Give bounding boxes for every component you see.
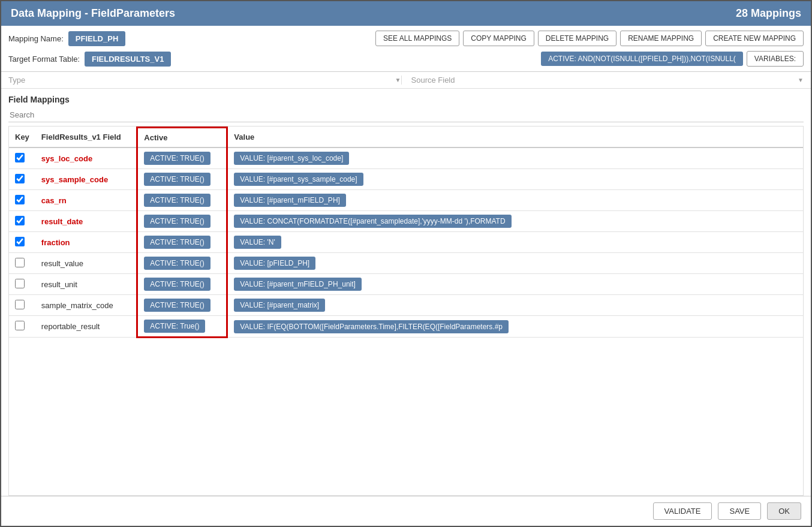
row-active-cell: ACTIVE: TRUE()	[137, 232, 227, 253]
source-dropdown-arrow[interactable]: ▼	[798, 77, 804, 83]
row-field-cell: result_date	[35, 211, 137, 232]
target-format-button[interactable]: FIELDRESULTS_V1	[85, 52, 171, 67]
value-badge-button[interactable]: VALUE: IF(EQ(BOTTOM([FieldParameters.Tim…	[234, 320, 509, 333]
row-field-name[interactable]: sys_sample_code	[41, 175, 108, 184]
row-field-cell: result_unit	[35, 274, 137, 295]
field-mappings-section: Field Mappings Key FieldResults_v1 Field…	[1, 89, 811, 496]
value-badge-button[interactable]: VALUE: [#parent_mFIELD_PH]	[234, 194, 346, 207]
active-badge-button[interactable]: ACTIVE: TRUE()	[144, 278, 210, 291]
row-field-name: result_value	[41, 259, 83, 268]
app-container: Data Mapping - FieldParameters 28 Mappin…	[0, 0, 812, 527]
active-filter-button[interactable]: ACTIVE: AND(NOT(ISNULL([PFIELD_PH])),NOT…	[541, 52, 743, 66]
validate-button[interactable]: VALIDATE	[653, 502, 712, 520]
row-checkbox[interactable]	[15, 258, 25, 267]
row-checkbox[interactable]	[15, 216, 25, 225]
col-header-field: FieldResults_v1 Field	[35, 128, 137, 148]
row-field-name[interactable]: result_date	[41, 217, 83, 226]
value-badge-button[interactable]: VALUE: 'N'	[234, 236, 281, 249]
row-value-cell: VALUE: [pFIELD_PH]	[227, 253, 803, 274]
source-placeholder: Source Field	[411, 76, 455, 85]
row-checkbox[interactable]	[15, 174, 25, 183]
row-checkbox[interactable]	[15, 195, 25, 204]
row-key-cell	[9, 169, 35, 190]
active-badge-button[interactable]: ACTIVE: True()	[144, 320, 205, 333]
rename-mapping-button[interactable]: RENAME MAPPING	[620, 31, 702, 46]
row-value-cell: VALUE: [#parent_mFIELD_PH_unit]	[227, 274, 803, 295]
toolbar-actions: SEE ALL MAPPINGS COPY MAPPING DELETE MAP…	[375, 31, 804, 46]
footer: VALIDATE SAVE OK	[1, 496, 811, 526]
active-badge-button[interactable]: ACTIVE: TRUE()	[144, 194, 210, 207]
table-row: sample_matrix_codeACTIVE: TRUE()VALUE: […	[9, 295, 803, 316]
table-row: cas_rnACTIVE: TRUE()VALUE: [#parent_mFIE…	[9, 190, 803, 211]
row-value-cell: VALUE: 'N'	[227, 232, 803, 253]
row-field-cell: sample_matrix_code	[35, 295, 137, 316]
row-checkbox[interactable]	[15, 321, 25, 330]
active-badge-button[interactable]: ACTIVE: TRUE()	[144, 173, 210, 186]
row-field-name: result_unit	[41, 280, 77, 289]
row-field-name: sample_matrix_code	[41, 301, 113, 310]
row-checkbox[interactable]	[15, 300, 25, 309]
type-placeholder: Type	[8, 76, 25, 85]
row-value-cell: VALUE: [#parent_sys_loc_code]	[227, 147, 803, 169]
field-mappings-table: Key FieldResults_v1 Field Active Value s…	[9, 127, 803, 338]
row-active-cell: ACTIVE: TRUE()	[137, 190, 227, 211]
copy-mapping-button[interactable]: COPY MAPPING	[463, 31, 534, 46]
row-field-name[interactable]: cas_rn	[41, 196, 67, 205]
table-row: result_dateACTIVE: TRUE()VALUE: CONCAT(F…	[9, 211, 803, 232]
row-key-cell	[9, 232, 35, 253]
active-badge-button[interactable]: ACTIVE: TRUE()	[144, 215, 210, 228]
row-active-cell: ACTIVE: TRUE()	[137, 211, 227, 232]
row-key-cell	[9, 253, 35, 274]
active-badge-button[interactable]: ACTIVE: TRUE()	[144, 299, 210, 312]
value-badge-button[interactable]: VALUE: CONCAT(FORMATDATE([#parent_sample…	[234, 215, 511, 228]
value-badge-button[interactable]: VALUE: [#parent_sys_loc_code]	[234, 152, 349, 165]
header: Data Mapping - FieldParameters 28 Mappin…	[1, 1, 811, 26]
mapping-name-button[interactable]: PFIELD_PH	[68, 31, 126, 46]
table-row: result_unitACTIVE: TRUE()VALUE: [#parent…	[9, 274, 803, 295]
table-scroll[interactable]: Key FieldResults_v1 Field Active Value s…	[9, 127, 803, 495]
col-header-value: Value	[227, 128, 803, 148]
search-input[interactable]	[8, 108, 804, 122]
mapping-count: 28 Mappings	[736, 7, 801, 20]
row-active-cell: ACTIVE: TRUE()	[137, 147, 227, 169]
row-active-cell: ACTIVE: TRUE()	[137, 253, 227, 274]
create-new-mapping-button[interactable]: CREATE NEW MAPPING	[705, 31, 804, 46]
row-field-name: reportable_result	[41, 322, 100, 331]
type-dropdown-arrow[interactable]: ▼	[395, 77, 401, 83]
value-badge-button[interactable]: VALUE: [pFIELD_PH]	[234, 257, 315, 270]
row-checkbox[interactable]	[15, 153, 25, 162]
ok-button[interactable]: OK	[767, 502, 801, 520]
row-field-cell: result_value	[35, 253, 137, 274]
row-value-cell: VALUE: IF(EQ(BOTTOM([FieldParameters.Tim…	[227, 316, 803, 338]
row-value-cell: VALUE: [#parent_mFIELD_PH]	[227, 190, 803, 211]
type-select-area[interactable]: Type ▼	[8, 76, 401, 85]
toolbar-filter-area: ACTIVE: AND(NOT(ISNULL([PFIELD_PH])),NOT…	[541, 51, 804, 67]
active-badge-button[interactable]: ACTIVE: TRUE()	[144, 257, 210, 270]
toolbar-row-1: Mapping Name: PFIELD_PH SEE ALL MAPPINGS…	[8, 31, 804, 46]
save-button[interactable]: SAVE	[718, 502, 761, 520]
row-value-cell: VALUE: [#parent_matrix]	[227, 295, 803, 316]
row-key-cell	[9, 190, 35, 211]
toolbar: Mapping Name: PFIELD_PH SEE ALL MAPPINGS…	[1, 26, 811, 72]
active-badge-button[interactable]: ACTIVE: TRUE()	[144, 152, 210, 165]
row-active-cell: ACTIVE: True()	[137, 316, 227, 338]
value-badge-button[interactable]: VALUE: [#parent_mFIELD_PH_unit]	[234, 278, 362, 291]
table-row: fractionACTIVE: TRUE()VALUE: 'N'	[9, 232, 803, 253]
table-container: Key FieldResults_v1 Field Active Value s…	[8, 126, 804, 496]
row-field-name[interactable]: sys_loc_code	[41, 154, 92, 163]
delete-mapping-button[interactable]: DELETE MAPPING	[538, 31, 616, 46]
row-field-name[interactable]: fraction	[41, 238, 70, 247]
value-badge-button[interactable]: VALUE: [#parent_matrix]	[234, 299, 325, 312]
row-checkbox[interactable]	[15, 279, 25, 288]
table-row: reportable_resultACTIVE: True()VALUE: IF…	[9, 316, 803, 338]
row-checkbox[interactable]	[15, 237, 25, 246]
source-select-area[interactable]: Source Field ▼	[401, 76, 804, 85]
variables-button[interactable]: VARIABLES:	[747, 51, 804, 67]
row-active-cell: ACTIVE: TRUE()	[137, 169, 227, 190]
value-badge-button[interactable]: VALUE: [#parent_sys_sample_code]	[234, 173, 363, 186]
row-active-cell: ACTIVE: TRUE()	[137, 274, 227, 295]
active-badge-button[interactable]: ACTIVE: TRUE()	[144, 236, 210, 249]
page-title: Data Mapping - FieldParameters	[11, 7, 175, 20]
see-all-mappings-button[interactable]: SEE ALL MAPPINGS	[375, 31, 459, 46]
row-key-cell	[9, 274, 35, 295]
